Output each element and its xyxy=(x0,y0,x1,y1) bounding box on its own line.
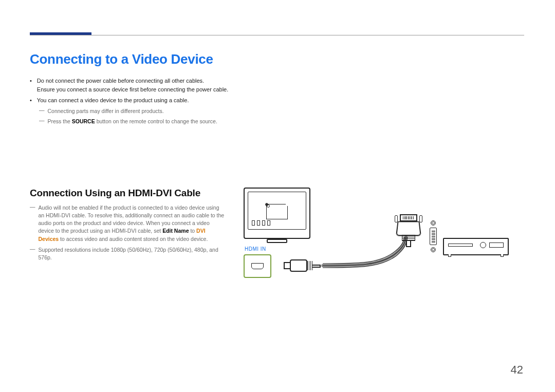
dash-icon: ― xyxy=(39,106,45,114)
subnote: ― Connecting parts may differ in differe… xyxy=(39,107,525,115)
content-columns: Connection Using an HDMI-DVI Cable ― Aud… xyxy=(30,188,525,290)
bullet-text: Do not connect the power cable before co… xyxy=(37,77,525,94)
left-column: Connection Using an HDMI-DVI Cable ― Aud… xyxy=(30,188,225,290)
hdmi-in-label: HDMI IN xyxy=(245,246,266,252)
subnote-text: Press the SOURCE button on the remote co… xyxy=(48,117,526,125)
bullet-text: You can connect a video device to the pr… xyxy=(37,96,525,105)
section-note: ― Supported resolutions include 1080p (5… xyxy=(30,246,225,262)
connection-diagram: HDMI IN xyxy=(240,188,518,290)
bullet-item: • You can connect a video device to the … xyxy=(30,96,525,105)
dvi-plug-icon xyxy=(393,214,424,247)
section-title: Connection Using an HDMI-DVI Cable xyxy=(30,188,225,199)
subnote-text: Connecting parts may differ in different… xyxy=(48,107,526,115)
section-note-text: Supported resolutions include 1080p (50/… xyxy=(39,246,226,262)
dvi-port-icon xyxy=(430,220,437,252)
subnote: ― Press the SOURCE button on the remote … xyxy=(39,117,525,125)
monitor-icon xyxy=(244,188,310,239)
dash-icon: ― xyxy=(39,116,45,124)
bullet-item: • Do not connect the power cable before … xyxy=(30,77,525,94)
bullet-dot-icon: • xyxy=(30,96,32,105)
section-note-text: Audio will not be enabled if the product… xyxy=(39,204,226,243)
hdmi-in-port-icon xyxy=(244,254,271,278)
dash-icon: ― xyxy=(30,203,35,242)
right-column: HDMI IN xyxy=(240,188,525,290)
bullet-dot-icon: • xyxy=(30,77,32,94)
video-player-icon xyxy=(443,238,509,255)
dash-icon: ― xyxy=(30,245,35,260)
manual-page: Connecting to a Video Device • Do not co… xyxy=(0,0,555,392)
page-number: 42 xyxy=(511,363,523,377)
header-accent xyxy=(30,32,91,35)
header-rule xyxy=(30,35,524,35)
page-title: Connecting to a Video Device xyxy=(30,51,525,67)
intro-bullets: • Do not connect the power cable before … xyxy=(30,77,525,126)
section-note: ― Audio will not be enabled if the produ… xyxy=(30,204,225,243)
